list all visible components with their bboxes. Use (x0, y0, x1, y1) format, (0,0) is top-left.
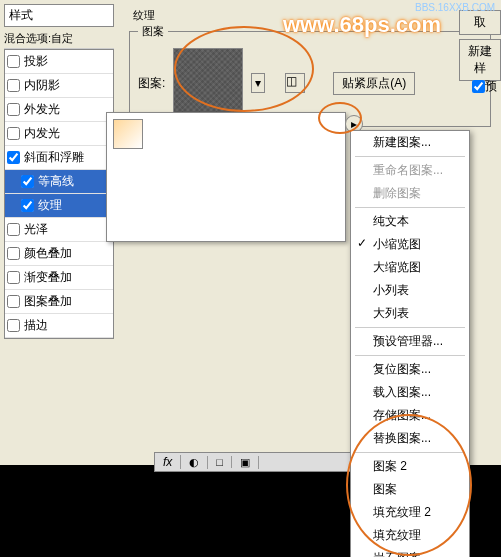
annotation-circle-3 (346, 414, 472, 556)
status-bar: fx ◐ □ ▣ (154, 452, 354, 472)
pattern-group-label: 图案 (138, 24, 168, 39)
blend-label: 混合选项:自定 (4, 31, 73, 46)
menu-reset[interactable]: 复位图案... (351, 358, 469, 381)
styles-header[interactable]: 样式 (4, 4, 114, 27)
status-seg[interactable]: ▣ (232, 456, 259, 469)
new-style-button[interactable]: 新建样 (459, 39, 501, 81)
annotation-circle-2 (318, 102, 362, 134)
menu-preset-mgr[interactable]: 预设管理器... (351, 330, 469, 353)
right-buttons: 取 新建样 (459, 10, 501, 81)
snap-origin-button[interactable]: 贴紧原点(A) (333, 72, 415, 95)
checkbox[interactable] (7, 55, 20, 68)
menu-large-thumb[interactable]: 大缩览图 (351, 256, 469, 279)
checkbox[interactable] (7, 319, 20, 332)
menu-separator (355, 156, 465, 157)
menu-new-pattern[interactable]: 新建图案... (351, 131, 469, 154)
menu-large-list[interactable]: 大列表 (351, 302, 469, 325)
menu-load[interactable]: 载入图案... (351, 381, 469, 404)
menu-text-only[interactable]: 纯文本 (351, 210, 469, 233)
checkbox[interactable] (7, 247, 20, 260)
style-inner-glow[interactable]: 内发光 (5, 122, 113, 146)
pattern-label: 图案: (138, 75, 165, 92)
style-gradient-overlay[interactable]: 渐变叠加 (5, 266, 113, 290)
blend-options-row[interactable]: 混合选项:自定 (4, 29, 114, 49)
annotation-circle-1 (174, 26, 314, 112)
style-bevel[interactable]: 斜面和浮雕 (5, 146, 113, 170)
check-icon: ✓ (357, 236, 367, 250)
checkbox[interactable] (7, 79, 20, 92)
watermark-url: www.68ps.com (283, 12, 441, 38)
menu-separator (355, 207, 465, 208)
pattern-thumb[interactable] (113, 119, 143, 149)
checkbox[interactable] (7, 295, 20, 308)
cancel-button[interactable]: 取 (459, 10, 501, 35)
checkbox[interactable] (7, 151, 20, 164)
style-color-overlay[interactable]: 颜色叠加 (5, 242, 113, 266)
menu-rename: 重命名图案... (351, 159, 469, 182)
menu-separator (355, 327, 465, 328)
menu-small-list[interactable]: 小列表 (351, 279, 469, 302)
checkbox[interactable] (21, 199, 34, 212)
watermark-small: BBS.16XXB.COM (415, 2, 495, 13)
style-outer-glow[interactable]: 外发光 (5, 98, 113, 122)
style-drop-shadow[interactable]: 投影 (5, 50, 113, 74)
style-satin[interactable]: 光泽 (5, 218, 113, 242)
style-stroke[interactable]: 描边 (5, 314, 113, 338)
checkbox[interactable] (21, 175, 34, 188)
checkbox[interactable] (472, 80, 485, 93)
checkbox[interactable] (7, 223, 20, 236)
style-contour[interactable]: 等高线 (5, 170, 113, 194)
style-pattern-overlay[interactable]: 图案叠加 (5, 290, 113, 314)
preview-check[interactable]: 预 (472, 78, 497, 95)
checkbox[interactable] (7, 271, 20, 284)
pattern-picker-popup: ▸ (106, 112, 346, 242)
checkbox[interactable] (7, 127, 20, 140)
menu-separator (355, 355, 465, 356)
status-fx[interactable]: fx (155, 455, 181, 469)
style-list: 投影 内阴影 外发光 内发光 斜面和浮雕 等高线 纹理 光泽 颜色叠加 渐变叠加… (4, 49, 114, 339)
menu-delete: 删除图案 (351, 182, 469, 205)
style-inner-shadow[interactable]: 内阴影 (5, 74, 113, 98)
status-seg[interactable]: □ (208, 456, 232, 468)
checkbox[interactable] (7, 103, 20, 116)
style-panel: 样式 混合选项:自定 投影 内阴影 外发光 内发光 斜面和浮雕 等高线 纹理 光… (4, 4, 114, 339)
menu-small-thumb[interactable]: ✓小缩览图 (351, 233, 469, 256)
status-seg[interactable]: ◐ (181, 456, 208, 469)
style-texture[interactable]: 纹理 (5, 194, 113, 218)
